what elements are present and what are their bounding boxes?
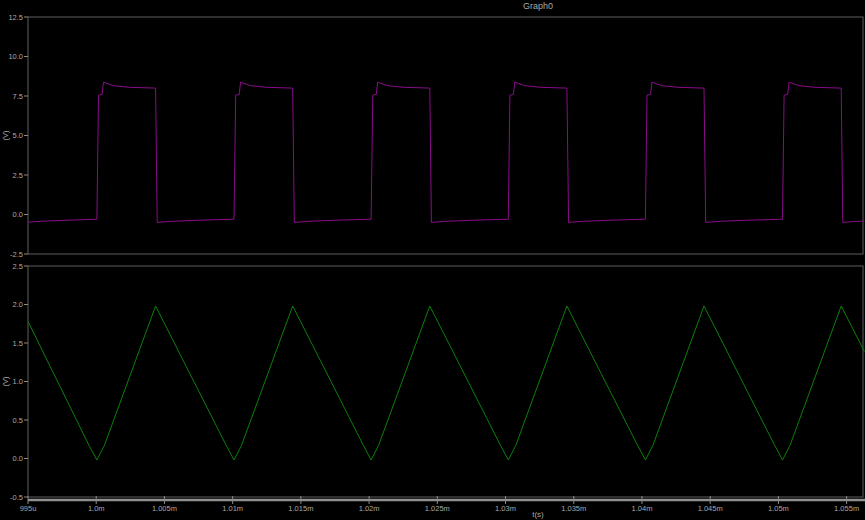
bottom-panel-y-axis: 2.52.01.51.00.50.0-0.5: [10, 262, 28, 502]
y-tick-label: 1.0: [13, 377, 23, 386]
x-tick-label: 1.04m: [632, 504, 653, 513]
x-tick-label: 995u: [20, 504, 37, 513]
bottom-panel-unit-label: (V): [1, 376, 10, 387]
y-tick-label: 2.5: [13, 171, 23, 180]
x-tick-label: 1.0m: [88, 504, 105, 513]
y-tick-label: 7.5: [13, 92, 23, 101]
y-tick-label: 12.5: [8, 13, 23, 22]
x-tick-label: 1.035m: [561, 504, 586, 513]
triangle-wave-trace[interactable]: [28, 306, 864, 460]
x-tick-label: 1.03m: [495, 504, 516, 513]
y-tick-label: 2.5: [13, 262, 23, 271]
x-tick-label: 1.005m: [152, 504, 177, 513]
x-tick-label: 1.015m: [288, 504, 313, 513]
graph-title: Graph0: [523, 1, 553, 11]
x-tick-label: 1.05m: [768, 504, 789, 513]
x-tick-label: 1.055m: [834, 504, 859, 513]
top-panel-unit-label: (V): [1, 130, 10, 141]
y-tick-label: 5.0: [13, 131, 23, 140]
y-tick-label: -0.5: [10, 493, 23, 502]
x-tick-label: 1.045m: [698, 504, 723, 513]
traces: [28, 82, 864, 460]
x-tick-label: 1.02m: [359, 504, 380, 513]
x-axis-ticks: 995u1.0m1.005m1.01m1.015m1.02m1.025m1.03…: [20, 496, 859, 513]
y-tick-label: 0.0: [13, 210, 23, 219]
top-panel-y-axis: 12.510.07.55.02.50.0-2.5: [8, 13, 28, 259]
waveform-plot: Graph0 (V) (V) 12.510.07.55.02.50.0-2.5 …: [0, 0, 865, 520]
y-tick-label: 2.0: [13, 300, 23, 309]
x-tick-label: 1.01m: [222, 504, 243, 513]
y-tick-label: 1.5: [13, 339, 23, 348]
y-tick-label: 0.0: [13, 454, 23, 463]
y-tick-label: 0.5: [13, 416, 23, 425]
graph-window: Graph0 (V) (V) 12.510.07.55.02.50.0-2.5 …: [0, 0, 865, 520]
y-tick-label: 10.0: [8, 52, 23, 61]
x-axis-label: t(s): [532, 510, 544, 519]
x-tick-label: 1.025m: [425, 504, 450, 513]
bottom-panel-plot-area[interactable]: [28, 266, 863, 497]
y-tick-label: -2.5: [10, 250, 23, 259]
square-wave-output-trace[interactable]: [28, 82, 864, 222]
top-panel-plot-area[interactable]: [28, 17, 863, 254]
